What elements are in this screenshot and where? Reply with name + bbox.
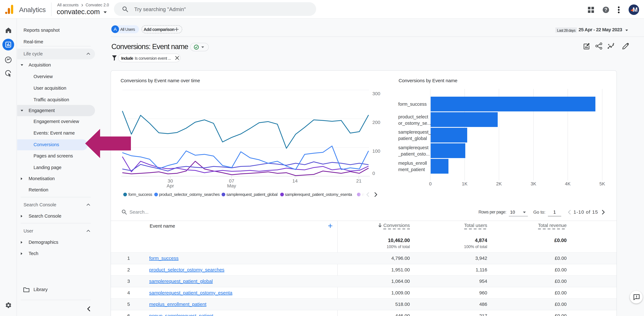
svg-text:300: 300 <box>372 91 380 96</box>
svg-text:4K: 4K <box>565 181 570 186</box>
svg-text:patient_global: patient_global <box>398 136 427 141</box>
svg-text:samplerequest: samplerequest <box>398 145 428 150</box>
svg-text:2K: 2K <box>496 181 502 186</box>
svg-text:21: 21 <box>356 178 362 183</box>
svg-text:1K: 1K <box>462 181 468 186</box>
svg-text:0: 0 <box>429 181 432 186</box>
svg-text:30: 30 <box>168 178 173 183</box>
svg-text:?: ? <box>604 7 608 12</box>
svg-text:May: May <box>227 183 236 188</box>
svg-text:M: M <box>632 6 638 13</box>
svg-text:100: 100 <box>372 148 380 154</box>
svg-text:form_success: form_success <box>398 102 427 107</box>
svg-text:14: 14 <box>292 178 298 183</box>
svg-text:3K: 3K <box>530 181 536 186</box>
svg-text:5K: 5K <box>599 181 605 186</box>
svg-text:ment_patient: ment_patient <box>398 167 425 172</box>
svg-text:or_ostomy_se...: or_ostomy_se... <box>398 121 431 126</box>
svg-text:200: 200 <box>372 120 380 125</box>
svg-text:_patient_osto...: _patient_osto... <box>398 151 430 156</box>
svg-text:samplerequest_: samplerequest_ <box>398 129 431 135</box>
svg-text:Apr: Apr <box>167 183 174 188</box>
svg-text:meplus_enroll: meplus_enroll <box>398 161 427 166</box>
svg-text:0: 0 <box>372 171 375 176</box>
svg-text:07: 07 <box>229 178 234 183</box>
svg-text:product_select: product_select <box>398 114 428 119</box>
